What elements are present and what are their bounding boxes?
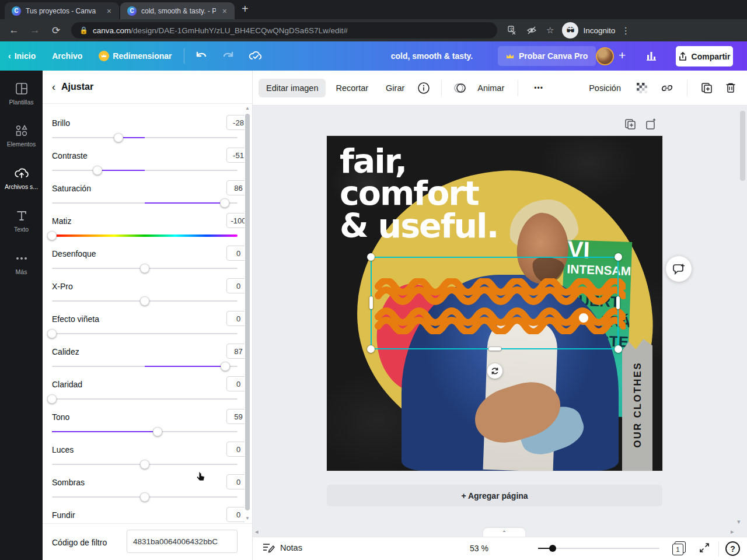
add-member-button[interactable]: + bbox=[619, 48, 626, 62]
hscroll-left-arrow[interactable]: ◂ bbox=[255, 528, 259, 536]
home-button[interactable]: ‹ Inicio bbox=[0, 41, 44, 71]
slider-value-box[interactable]: 87 bbox=[226, 344, 245, 359]
collapse-bottombar-tab[interactable]: ⌃ bbox=[483, 528, 525, 537]
animate-icon[interactable] bbox=[448, 82, 472, 94]
slider-value-box[interactable]: -28 bbox=[226, 115, 245, 130]
slider-handle[interactable] bbox=[221, 362, 230, 371]
selection-handle-e[interactable] bbox=[616, 296, 620, 309]
scroll-up-icon[interactable]: ▲ bbox=[245, 106, 250, 111]
selection-handle-se[interactable] bbox=[615, 345, 622, 353]
slider-handle[interactable] bbox=[140, 296, 149, 306]
forward-button[interactable]: → bbox=[28, 24, 42, 36]
help-button[interactable]: ? bbox=[725, 541, 740, 556]
new-tab-button[interactable]: + bbox=[242, 2, 249, 16]
selection-handle-w[interactable] bbox=[369, 296, 373, 309]
slider-handle[interactable] bbox=[153, 427, 162, 436]
slider-value-box[interactable]: 0 bbox=[226, 507, 245, 522]
undo-button[interactable] bbox=[188, 51, 215, 61]
slider-track[interactable] bbox=[52, 137, 238, 138]
poster-headline[interactable]: fair,comfort& useful. bbox=[340, 145, 498, 242]
link-icon[interactable] bbox=[655, 83, 679, 93]
sidebar-item-mas[interactable]: Más bbox=[0, 251, 43, 275]
slider-handle[interactable] bbox=[220, 198, 229, 208]
panel-scrollbar[interactable]: ▲ ▼ bbox=[245, 106, 250, 560]
selection-box[interactable] bbox=[371, 257, 619, 349]
selection-handle-nw[interactable] bbox=[367, 253, 375, 261]
panel-back-button[interactable]: ‹ bbox=[52, 81, 55, 93]
selection-handle-ne[interactable] bbox=[615, 253, 622, 261]
try-pro-button[interactable]: Probar Canva Pro bbox=[498, 46, 596, 66]
fullscreen-icon[interactable] bbox=[699, 542, 710, 553]
rotate-handle[interactable] bbox=[487, 363, 502, 379]
slider-track[interactable] bbox=[52, 170, 238, 171]
eye-off-icon[interactable] bbox=[526, 26, 537, 35]
slider-value-box[interactable]: 0 bbox=[226, 311, 245, 326]
slider-handle[interactable] bbox=[114, 133, 123, 142]
slider-handle[interactable] bbox=[140, 264, 149, 273]
browser-tab-1[interactable]: Ccold, smooth & tasty. - Pos× bbox=[120, 2, 235, 19]
reload-button[interactable]: ⟳ bbox=[49, 24, 63, 37]
tab-close-icon[interactable]: × bbox=[221, 6, 229, 16]
selection-handle-s[interactable] bbox=[488, 347, 501, 351]
slider-handle[interactable] bbox=[93, 166, 102, 175]
slider-handle[interactable] bbox=[47, 394, 57, 404]
add-page-button[interactable]: + Agregar página bbox=[327, 485, 662, 506]
info-icon[interactable] bbox=[412, 82, 435, 94]
hscroll-right-arrow[interactable]: ▸ bbox=[731, 528, 734, 536]
slider-value-box[interactable]: -51 bbox=[226, 148, 245, 163]
animate-button[interactable]: Animar bbox=[470, 79, 512, 97]
slider-value-box[interactable]: 0 bbox=[226, 246, 245, 261]
browser-menu-icon[interactable]: ⋮ bbox=[621, 25, 630, 36]
file-menu-button[interactable]: Archivo bbox=[44, 41, 90, 71]
slider-value-box[interactable]: 0 bbox=[226, 474, 245, 489]
filter-code-input[interactable]: 4831ba0064006432bbC bbox=[127, 530, 238, 553]
delete-icon[interactable] bbox=[720, 82, 741, 94]
slider-track[interactable] bbox=[52, 398, 238, 400]
comment-button[interactable] bbox=[666, 256, 692, 282]
add-page-icon[interactable] bbox=[645, 118, 657, 130]
translate-icon[interactable]: 文 bbox=[508, 26, 517, 35]
browser-tab-0[interactable]: CTus proyectos - Canva× bbox=[5, 2, 119, 19]
slider-value-box[interactable]: 59 bbox=[226, 409, 245, 424]
duplicate-page-icon[interactable] bbox=[624, 118, 636, 130]
slider-value-box[interactable]: 0 bbox=[226, 376, 245, 391]
sidebar-item-archivos[interactable]: Archivos s... bbox=[0, 166, 43, 190]
slider-value-box[interactable]: 0 bbox=[226, 278, 245, 293]
slider-value-box[interactable]: 86 bbox=[226, 180, 245, 195]
slider-value-box[interactable]: -100 bbox=[226, 213, 245, 228]
design-title[interactable]: cold, smooth & tasty. bbox=[350, 51, 514, 61]
slider-track[interactable] bbox=[52, 235, 238, 237]
slider-handle[interactable] bbox=[140, 460, 149, 469]
vscroll-thumb[interactable] bbox=[740, 111, 745, 181]
design-page[interactable]: VIINTENSAMEMUERTMBLARÁTE USTEN 20N BUENO… bbox=[327, 136, 662, 471]
share-button[interactable]: Compartir bbox=[676, 46, 733, 66]
selection-handle-sw[interactable] bbox=[367, 345, 375, 353]
zoom-slider[interactable] bbox=[538, 548, 659, 549]
toolbar-button-recortar[interactable]: Recortar bbox=[328, 79, 376, 97]
address-bar[interactable]: 🔒 canva.com/design/DAE-1GmHuhY/zLU_BH4EC… bbox=[71, 22, 497, 38]
toolbar-button-editar-imagen[interactable]: Editar imagen bbox=[259, 79, 326, 97]
bookmark-star-icon[interactable]: ☆ bbox=[546, 25, 554, 36]
slider-handle[interactable] bbox=[47, 231, 57, 240]
sidebar-item-plantillas[interactable]: Plantillas bbox=[0, 82, 43, 106]
redo-button[interactable] bbox=[215, 51, 242, 61]
tab-close-icon[interactable]: × bbox=[105, 6, 113, 16]
more-options-button[interactable]: ••• bbox=[526, 79, 551, 97]
notes-button[interactable]: Notas bbox=[262, 542, 302, 553]
slider-value-box[interactable]: 0 bbox=[226, 442, 245, 457]
slider-handle[interactable] bbox=[47, 329, 57, 338]
duplicate-icon[interactable] bbox=[696, 82, 718, 94]
resize-button[interactable]: Redimensionar bbox=[90, 41, 180, 71]
position-button[interactable]: Posición bbox=[581, 79, 629, 97]
insights-icon[interactable] bbox=[645, 50, 658, 61]
transparency-icon[interactable] bbox=[631, 82, 653, 94]
slider-handle[interactable] bbox=[140, 492, 149, 502]
back-button[interactable]: ← bbox=[7, 24, 21, 36]
slider-track[interactable] bbox=[52, 333, 238, 334]
zoom-slider-handle[interactable] bbox=[549, 545, 556, 552]
vscroll-down-arrow[interactable]: ▾ bbox=[737, 518, 741, 526]
sidebar-item-elementos[interactable]: Elementos bbox=[0, 124, 43, 148]
page-navigator-button[interactable]: 1 bbox=[672, 541, 686, 556]
sidebar-item-texto[interactable]: Texto bbox=[0, 209, 43, 233]
panel-scrollbar-thumb[interactable] bbox=[245, 114, 250, 510]
